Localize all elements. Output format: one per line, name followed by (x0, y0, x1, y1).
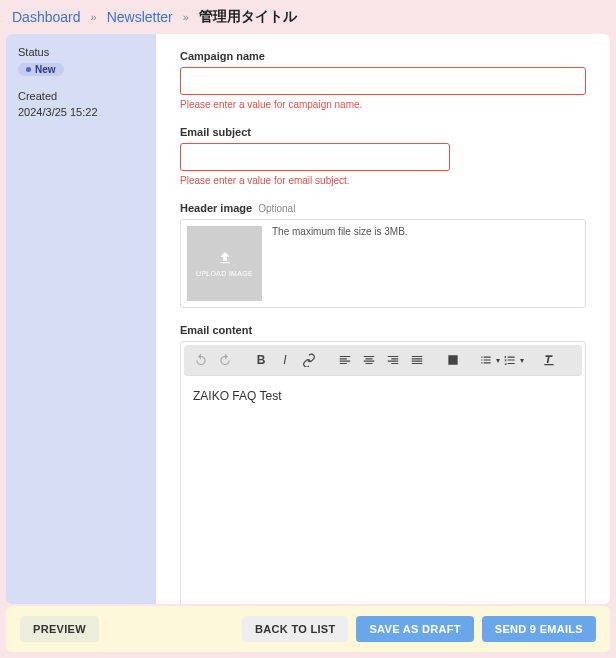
status-badge: New (18, 63, 64, 76)
upload-hint: The maximum file size is 3MB. (272, 226, 408, 237)
bullet-list-icon[interactable]: ▾ (478, 349, 500, 371)
optional-label: Optional (258, 203, 295, 214)
align-right-icon[interactable] (382, 349, 404, 371)
upload-image-text: UPLOAD IMAGE (196, 270, 253, 277)
italic-icon[interactable]: I (274, 349, 296, 371)
created-value: 2024/3/25 15:22 (18, 106, 144, 118)
campaign-name-input[interactable] (180, 67, 586, 95)
header-image-area: UPLOAD IMAGE The maximum file size is 3M… (180, 219, 586, 308)
save-as-draft-button[interactable]: SAVE AS DRAFT (356, 616, 473, 642)
footer-bar: PREVIEW BACK TO LIST SAVE AS DRAFT SEND … (6, 606, 610, 652)
email-subject-label: Email subject (180, 126, 586, 138)
redo-icon[interactable] (214, 349, 236, 371)
breadcrumb-dashboard[interactable]: Dashboard (12, 9, 81, 25)
status-label: Status (18, 46, 144, 58)
preview-button[interactable]: PREVIEW (20, 616, 99, 642)
editor-toolbar: B I ▾ ▾ (184, 345, 582, 376)
upload-icon (217, 250, 233, 266)
chevron-right-icon: » (183, 11, 189, 23)
rich-text-editor: B I ▾ ▾ ZAIKO FAQ Test (180, 341, 586, 604)
campaign-name-error: Please enter a value for campaign name. (180, 99, 586, 110)
email-content-label: Email content (180, 324, 586, 336)
editor-body[interactable]: ZAIKO FAQ Test (181, 379, 585, 604)
breadcrumb: Dashboard » Newsletter » 管理用タイトル (0, 0, 616, 34)
breadcrumb-newsletter[interactable]: Newsletter (107, 9, 173, 25)
undo-icon[interactable] (190, 349, 212, 371)
clear-format-icon[interactable] (538, 349, 560, 371)
email-subject-input[interactable] (180, 143, 450, 171)
sidebar: Status New Created 2024/3/25 15:22 (6, 34, 156, 604)
header-image-label: Header image (180, 202, 252, 214)
bold-icon[interactable]: B (250, 349, 272, 371)
chevron-right-icon: » (91, 11, 97, 23)
align-left-icon[interactable] (334, 349, 356, 371)
email-subject-error: Please enter a value for email subject. (180, 175, 586, 186)
form-content: Campaign name Please enter a value for c… (156, 34, 610, 604)
numbered-list-icon[interactable]: ▾ (502, 349, 524, 371)
upload-image-button[interactable]: UPLOAD IMAGE (187, 226, 262, 301)
created-label: Created (18, 90, 144, 102)
send-emails-button[interactable]: SEND 9 EMAILS (482, 616, 596, 642)
align-justify-icon[interactable] (406, 349, 428, 371)
align-center-icon[interactable] (358, 349, 380, 371)
campaign-name-label: Campaign name (180, 50, 586, 62)
image-icon[interactable] (442, 349, 464, 371)
breadcrumb-current: 管理用タイトル (199, 8, 297, 26)
link-icon[interactable] (298, 349, 320, 371)
back-to-list-button[interactable]: BACK TO LIST (242, 616, 348, 642)
